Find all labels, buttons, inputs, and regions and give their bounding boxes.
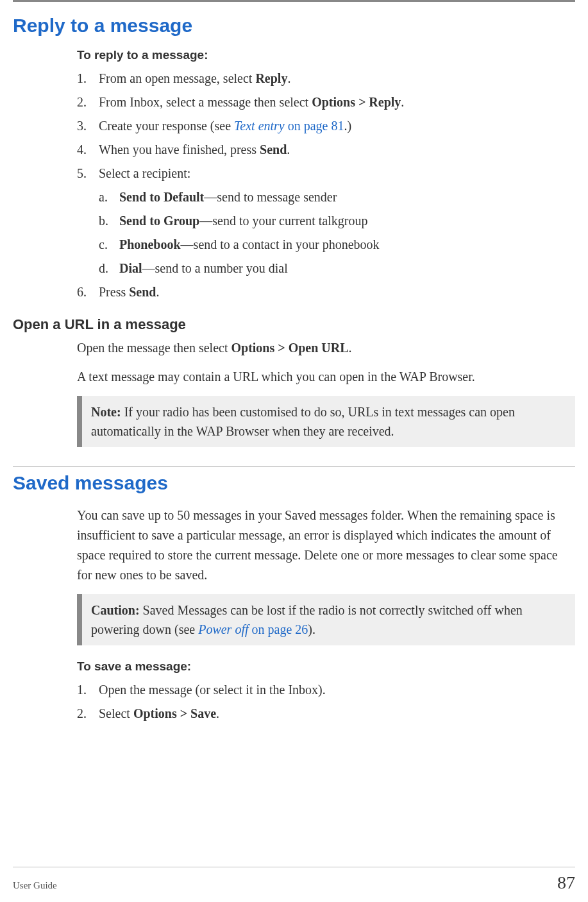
- step-text: Select: [99, 706, 133, 720]
- page-footer: User Guide 87: [13, 867, 575, 893]
- ui-dial: Dial: [119, 261, 142, 275]
- substep-d: Dial—send to a number you dial: [99, 259, 575, 278]
- substep-a: Send to Default—send to message sender: [99, 187, 575, 207]
- step-text: .: [287, 71, 290, 85]
- ui-phonebook: Phonebook: [119, 237, 181, 251]
- para-text: Open the message then select: [77, 341, 231, 355]
- footer-page-number: 87: [557, 872, 575, 893]
- note-label: Note:: [91, 405, 121, 419]
- footer-doc-title: User Guide: [13, 880, 57, 891]
- step-text: From Inbox, select a message then select: [99, 95, 312, 109]
- step-3: Create your response (see Text entry on …: [77, 116, 575, 136]
- heading-saved-messages: Saved messages: [13, 472, 575, 494]
- subhead-to-save: To save a message:: [77, 659, 575, 674]
- ui-send2: Send: [129, 285, 156, 299]
- step-text: When you have finished, press: [99, 142, 260, 157]
- step-text: Select a recipient:: [99, 166, 190, 180]
- substep-text: —send to your current talkgroup: [199, 214, 367, 228]
- step-text: .: [216, 706, 219, 720]
- caution-text: ).: [308, 622, 315, 636]
- link-text-entry[interactable]: Text entry: [234, 119, 285, 133]
- substep-b: Send to Group—send to your current talkg…: [99, 211, 575, 231]
- ui-options-open-url: Options > Open URL: [231, 341, 348, 355]
- substep-text: —send to a number you dial: [142, 261, 288, 275]
- open-url-para-2: A text message may contain a URL which y…: [77, 367, 575, 387]
- substep-text: —send to message sender: [204, 190, 337, 204]
- step-text: .: [156, 285, 159, 299]
- step-6: Press Send.: [77, 282, 575, 302]
- ui-options-reply: Options > Reply: [312, 95, 401, 109]
- caution-label: Caution:: [91, 603, 140, 617]
- section-divider: [13, 466, 575, 467]
- page-content: Reply to a message To reply to a message…: [0, 2, 588, 724]
- ui-options-save: Options > Save: [133, 706, 216, 720]
- note-box-url: Note: If your radio has been customised …: [77, 396, 575, 447]
- reply-steps-list: From an open message, select Reply. From…: [77, 69, 575, 302]
- step-text: .: [401, 95, 404, 109]
- recipient-sublist: Send to Default—send to message sender S…: [99, 187, 575, 278]
- link-text-entry-page[interactable]: on page 81: [285, 119, 344, 133]
- subhead-to-reply: To reply to a message:: [77, 48, 575, 62]
- heading-open-url: Open a URL in a message: [13, 316, 575, 333]
- save-steps-list: Open the message (or select it in the In…: [77, 680, 575, 724]
- link-power-off[interactable]: Power off: [198, 622, 248, 636]
- para-text: .: [349, 341, 352, 355]
- open-url-para-1: Open the message then select Options > O…: [77, 338, 575, 358]
- step-text: Open the message (or select it in the In…: [99, 683, 326, 697]
- step-text: .): [344, 119, 352, 133]
- link-power-off-page[interactable]: on page 26: [249, 622, 308, 636]
- heading-reply-to-message: Reply to a message: [13, 15, 575, 37]
- save-step-1: Open the message (or select it in the In…: [77, 680, 575, 700]
- saved-messages-para: You can save up to 50 messages in your S…: [77, 506, 575, 585]
- step-text: .: [287, 142, 290, 157]
- ui-send-to-default: Send to Default: [119, 190, 204, 204]
- ui-send: Send: [260, 142, 287, 157]
- caution-box-saved: Caution: Saved Messages can be lost if t…: [77, 594, 575, 645]
- ui-reply: Reply: [255, 71, 287, 85]
- save-step-2: Select Options > Save.: [77, 704, 575, 724]
- step-2: From Inbox, select a message then select…: [77, 92, 575, 112]
- note-text: If your radio has been customised to do …: [91, 405, 515, 438]
- step-text: Create your response (see: [99, 119, 234, 133]
- step-1: From an open message, select Reply.: [77, 69, 575, 89]
- step-5: Select a recipient: Send to Default—send…: [77, 164, 575, 278]
- step-text: From an open message, select: [99, 71, 255, 85]
- ui-send-to-group: Send to Group: [119, 214, 199, 228]
- substep-c: Phonebook—send to a contact in your phon…: [99, 235, 575, 255]
- substep-text: —send to a contact in your phonebook: [181, 237, 380, 251]
- step-4: When you have finished, press Send.: [77, 140, 575, 160]
- step-text: Press: [99, 285, 129, 299]
